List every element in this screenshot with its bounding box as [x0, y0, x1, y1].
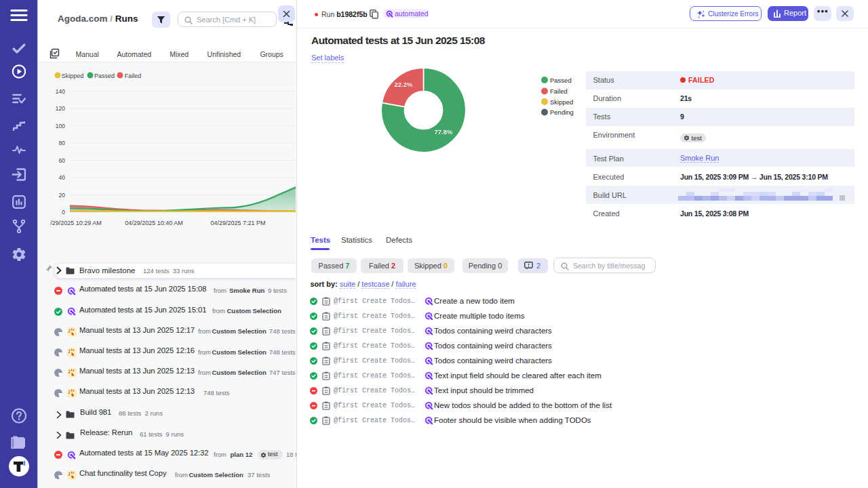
svg-text:/29/2025 10:29 AM: /29/2025 10:29 AM — [50, 220, 102, 226]
svg-text:20: 20 — [59, 192, 66, 199]
svg-text:04/29/2025 10:40 AM: 04/29/2025 10:40 AM — [125, 220, 183, 226]
svg-text:22.2%: 22.2% — [394, 81, 412, 88]
svg-text:Pending: Pending — [550, 108, 574, 116]
svg-text:Skipped: Skipped — [62, 73, 84, 79]
svg-text:120: 120 — [56, 105, 65, 112]
svg-text:40: 40 — [59, 174, 66, 181]
svg-text:80: 80 — [59, 140, 66, 146]
svg-text:04/29/2025 7:21 PM: 04/29/2025 7:21 PM — [210, 220, 265, 226]
svg-text:Failed: Failed — [125, 73, 142, 79]
svg-text:Failed: Failed — [550, 87, 568, 95]
svg-text:Skipped: Skipped — [550, 98, 573, 106]
svg-text:Passed: Passed — [550, 77, 572, 84]
svg-text:60: 60 — [59, 157, 66, 164]
svg-text:Passed: Passed — [94, 73, 115, 79]
svg-text:0: 0 — [62, 209, 65, 216]
svg-text:100: 100 — [56, 123, 65, 129]
svg-text:140: 140 — [56, 88, 65, 95]
svg-text:77.8%: 77.8% — [434, 128, 452, 136]
